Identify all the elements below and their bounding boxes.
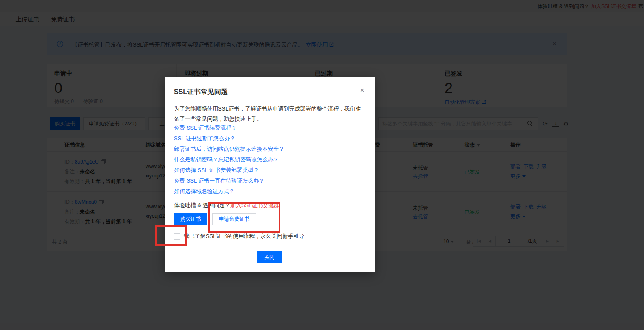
faq-link-renewal[interactable]: 免费 SSL 证书续费流程？ [174,124,237,132]
faq-link-pending[interactable]: 免费 SSL 证书一直在待验证怎么办？ [174,177,264,185]
faq-link-private-key[interactable]: 什么是私钥密码？忘记私钥密码该怎么办？ [174,156,279,164]
ssl-faq-dialog: SSL证书常见问题 × 为了您能顺畅使用SSL证书，了解证书从申请到完成部署的整… [165,77,375,272]
dialog-close-icon[interactable]: × [360,86,364,95]
faq-link-insecure[interactable]: 部署证书后，访问站点仍然提示连接不安全？ [174,145,284,153]
faq-link-deploy-type[interactable]: 如何选择 SSL 证书安装部署类型？ [174,166,259,174]
annotation-rect-free-cert [208,202,280,233]
annotation-rect-checkbox [155,225,187,246]
dialog-title: SSL证书常见问题 [174,88,228,97]
dialog-intro-text: 为了您能顺畅使用SSL证书，了解证书从申请到完成部署的整个流程，我们准备了一些常… [174,104,366,124]
faq-link-verify-method[interactable]: 如何选择域名验证方式？ [174,188,235,195]
faq-link-expired[interactable]: SSL 证书过期了怎么办？ [174,135,235,142]
dont-show-again-label: 我已了解SSL证书的使用流程，永久关闭新手引导 [184,233,305,240]
buy-cert-button[interactable]: 购买证书 [174,213,207,225]
close-dialog-button[interactable]: 关闭 [257,251,282,263]
